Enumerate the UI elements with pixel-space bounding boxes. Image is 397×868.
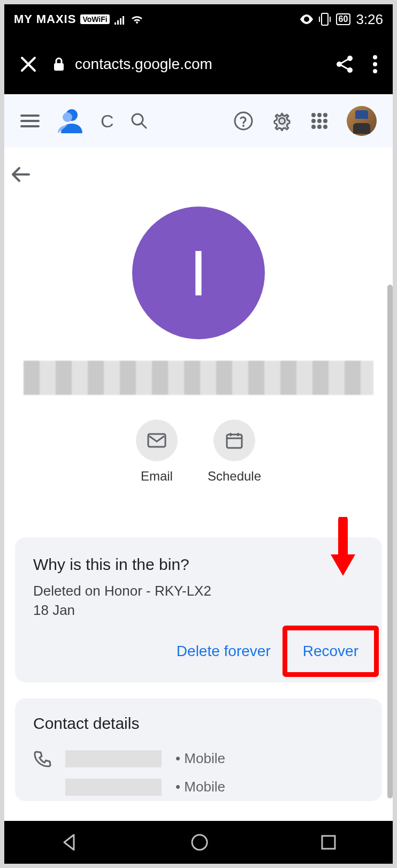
calendar-icon: [225, 431, 243, 450]
contact-avatar: I: [132, 207, 265, 339]
nav-back-icon[interactable]: [60, 833, 79, 852]
svg-rect-2: [54, 63, 64, 71]
svg-point-14: [311, 113, 316, 117]
refresh-partial-icon: C: [101, 111, 114, 132]
app-header: C: [4, 94, 393, 148]
contact-name-redacted: [24, 361, 373, 395]
svg-point-12: [235, 112, 252, 130]
svg-rect-1: [322, 13, 328, 25]
vowifi-badge: VoWiFi: [80, 14, 109, 24]
svg-point-18: [317, 119, 322, 123]
email-icon: [147, 433, 166, 448]
contacts-logo-icon[interactable]: [56, 106, 85, 135]
nav-recent-icon[interactable]: [320, 834, 337, 851]
recover-button[interactable]: Recover: [297, 635, 364, 667]
svg-point-0: [305, 18, 308, 21]
delete-forever-button[interactable]: Delete forever: [171, 635, 276, 667]
phone-number-redacted: [65, 750, 162, 767]
svg-point-20: [311, 125, 316, 129]
battery-pct: 60: [339, 14, 348, 24]
carrier-label: MY MAXIS: [14, 12, 76, 26]
back-icon[interactable]: [10, 164, 387, 185]
svg-point-7: [373, 62, 377, 66]
settings-icon[interactable]: [272, 111, 292, 131]
eye-icon: [300, 14, 314, 24]
close-icon[interactable]: [19, 55, 37, 73]
contact-details-card: Contact details • Mobile • Mobile: [15, 698, 382, 801]
scrollbar[interactable]: [387, 285, 393, 798]
svg-point-25: [192, 835, 207, 850]
phone-icon: [33, 750, 51, 768]
bin-info-card: Why is this in the bin? Deleted on Honor…: [15, 537, 382, 682]
svg-rect-23: [148, 434, 165, 447]
svg-rect-24: [227, 435, 242, 448]
phone-type-1: Mobile: [184, 750, 225, 766]
svg-point-3: [347, 56, 353, 61]
battery-indicator: 60: [336, 13, 351, 25]
svg-rect-26: [322, 836, 335, 849]
quick-action-email[interactable]: Email: [136, 420, 178, 484]
svg-point-8: [373, 69, 377, 73]
svg-point-6: [373, 55, 377, 59]
phone-row-2[interactable]: • Mobile: [33, 773, 364, 801]
svg-point-19: [323, 119, 327, 123]
svg-point-16: [323, 113, 327, 117]
wifi-icon: [130, 14, 144, 25]
bin-line2: 18 Jan: [33, 600, 364, 620]
email-label: Email: [141, 469, 173, 484]
svg-point-5: [347, 67, 353, 73]
quick-action-schedule[interactable]: Schedule: [208, 420, 261, 484]
schedule-label: Schedule: [208, 469, 261, 484]
help-icon[interactable]: [233, 111, 254, 131]
bin-line1: Deleted on Honor - RKY-LX2: [33, 581, 364, 600]
contact-details-title: Contact details: [33, 714, 364, 733]
clock: 3:26: [356, 11, 383, 28]
browser-bar: contacts.google.com: [4, 34, 393, 94]
bin-title: Why is this in the bin?: [33, 555, 364, 574]
account-avatar[interactable]: [347, 106, 377, 136]
nav-home-icon[interactable]: [190, 833, 209, 852]
svg-point-21: [317, 125, 322, 129]
android-nav-bar: [4, 821, 393, 864]
url-bar[interactable]: contacts.google.com: [52, 56, 320, 73]
more-icon[interactable]: [372, 55, 378, 74]
status-bar: MY MAXIS VoWiFi 60 3:26: [4, 4, 393, 34]
apps-grid-icon[interactable]: [310, 112, 329, 130]
avatar-letter: I: [189, 236, 207, 310]
phone-number-redacted-2: [65, 779, 162, 796]
menu-icon[interactable]: [20, 113, 40, 128]
svg-point-15: [317, 113, 322, 117]
vibrate-icon: [319, 12, 331, 26]
svg-point-13: [242, 125, 245, 127]
annotation-arrow-icon: [324, 517, 362, 587]
signal-icon: [114, 14, 126, 25]
svg-point-10: [63, 112, 72, 122]
phone-row-1[interactable]: • Mobile: [33, 744, 364, 773]
url-text: contacts.google.com: [75, 56, 212, 73]
content-area: I Email: [4, 148, 393, 821]
lock-icon: [52, 57, 65, 72]
svg-point-17: [311, 119, 316, 123]
svg-point-22: [323, 125, 327, 129]
search-icon[interactable]: [130, 112, 148, 130]
phone-type-2: Mobile: [184, 779, 225, 795]
share-icon[interactable]: [335, 55, 354, 74]
svg-point-4: [337, 62, 342, 67]
